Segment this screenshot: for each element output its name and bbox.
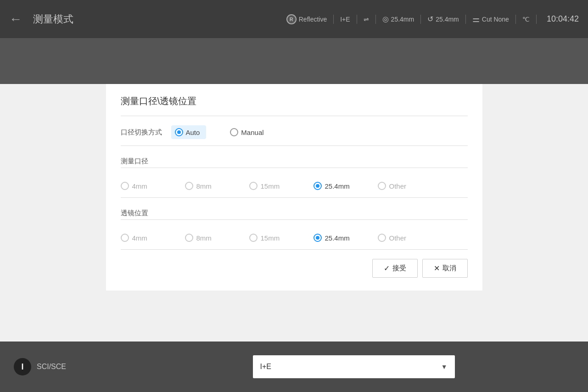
time-display: 10:04:42 [547,14,579,24]
cancel-icon: ✕ [434,264,440,273]
lens-15mm-label: 15mm [261,234,280,242]
bottom-left: I SCI/SCE [0,358,119,375]
divider-line3 [121,168,468,168]
aperture2-icon: ↺ [427,15,433,23]
manual-radio-indicator [230,128,238,136]
aperture-25-4mm-label: 25.4mm [325,182,350,190]
lens-8mm[interactable]: 8mm [185,234,249,242]
bottom-icon: I [14,358,31,375]
aperture-15mm-label: 15mm [261,182,280,190]
topbar: ← 测量模式 R Reflective I+E ⇌ ◎ 25.4mm ↺ 25.… [0,0,588,38]
aperture-8mm-radio [185,182,193,190]
lens-other[interactable]: Other [378,234,442,242]
lens-4mm-label: 4mm [132,234,147,242]
accept-label: 接受 [392,264,406,273]
gray-band [0,38,588,84]
lens-25-4mm-label: 25.4mm [325,234,350,242]
aperture-switch-row: 口径切换方式 Auto Manual [121,123,468,142]
divider [375,15,376,24]
dropdown-value: I+E [260,363,271,371]
lens-4mm[interactable]: 4mm [121,234,185,242]
divider-line5 [121,219,468,220]
aperture-options-row: 4mm 8mm 15mm 25.4mm Other [121,174,468,197]
radio-auto[interactable]: Auto [171,125,207,139]
cut-status: ⚌ Cut None [472,14,509,24]
page-title: 测量模式 [33,12,73,26]
reflective-icon: R [286,14,297,24]
dialog-panel: 测量口径\透镜位置 口径切换方式 Auto Manual 测量口径 [106,84,482,291]
main-area: 测量口径\透镜位置 口径切换方式 Auto Manual 测量口径 [0,84,588,342]
divider [333,15,334,24]
dropdown-arrow-icon: ▼ [441,363,448,370]
cut-icon: ⚌ [472,14,480,24]
auto-label: Auto [186,129,200,136]
aperture-other-label: Other [389,182,407,190]
lens-15mm[interactable]: 15mm [249,234,314,242]
accept-icon: ✓ [384,264,390,273]
mode-label: I+E [340,16,350,23]
aperture1-value: 25.4mm [391,16,414,23]
accept-button[interactable]: ✓ 接受 [372,259,418,278]
mode-status: I+E [340,16,350,23]
lens-position-title: 透镜位置 [121,204,468,219]
back-button[interactable]: ← [9,12,22,27]
aperture1-icon: ◎ [382,15,389,23]
lens-25-4mm[interactable]: 25.4mm [314,234,378,242]
status-bar: R Reflective I+E ⇌ ◎ 25.4mm ↺ 25.4mm ⚌ C… [286,14,579,24]
aperture-4mm-radio [121,182,129,190]
dropdown-box[interactable]: I+E ▼ [253,355,455,378]
aperture-other-radio [378,182,386,190]
cut-label: Cut None [482,16,509,23]
reflective-label: Reflective [299,16,327,23]
panel-title: 测量口径\透镜位置 [121,95,468,107]
lens-4mm-radio [121,234,129,242]
temp-status: ℃ [522,16,530,23]
aperture-15mm-radio [249,182,258,190]
divider [515,15,516,24]
aperture-8mm-label: 8mm [196,182,212,190]
lens-other-label: Other [389,234,407,242]
aperture-25-4mm-radio [314,182,322,190]
aperture-15mm[interactable]: 15mm [249,182,314,190]
temp-icon: ℃ [522,16,530,23]
aperture-8mm[interactable]: 8mm [185,182,249,190]
divider-line6 [121,249,468,250]
usb-icon: ⇌ [364,16,369,23]
lens-25-4mm-radio [314,234,322,242]
lens-8mm-radio [185,234,193,242]
aperture-switch-group[interactable]: Auto Manual [171,125,279,139]
divider-line4 [121,197,468,198]
bottom-bar: I SCI/SCE I+E ▼ [0,342,588,392]
divider-line2 [121,146,468,146]
sci-sce-label: SCI/SCE [37,363,66,371]
aperture-other[interactable]: Other [378,182,442,190]
aperture-25-4mm[interactable]: 25.4mm [314,182,378,190]
divider [357,15,357,24]
manual-label: Manual [241,129,263,136]
divider [420,15,421,24]
aperture-switch-label: 口径切换方式 [121,128,171,137]
cancel-button[interactable]: ✕ 取消 [422,259,468,278]
divider [536,15,537,24]
usb-status: ⇌ [364,16,369,23]
auto-radio-indicator [175,128,183,136]
aperture1-status: ◎ 25.4mm [382,15,414,23]
lens-15mm-radio [249,234,258,242]
lens-options-row: 4mm 8mm 15mm 25.4mm Other [121,226,468,249]
aperture-4mm-label: 4mm [132,182,147,190]
aperture2-status: ↺ 25.4mm [427,15,459,23]
lens-other-radio [378,234,386,242]
divider-line [121,116,468,116]
measurement-aperture-title: 测量口径 [121,152,468,168]
button-row: ✓ 接受 ✕ 取消 [121,259,468,278]
lens-8mm-label: 8mm [196,234,212,242]
auto-selected-bg: Auto [171,125,207,139]
aperture-4mm[interactable]: 4mm [121,182,185,190]
aperture2-value: 25.4mm [436,16,459,23]
cancel-label: 取消 [442,264,456,273]
reflective-status: R Reflective [286,14,327,24]
radio-manual[interactable]: Manual [230,128,263,136]
divider [465,15,466,24]
bottom-dropdown-area: I+E ▼ [119,355,588,378]
